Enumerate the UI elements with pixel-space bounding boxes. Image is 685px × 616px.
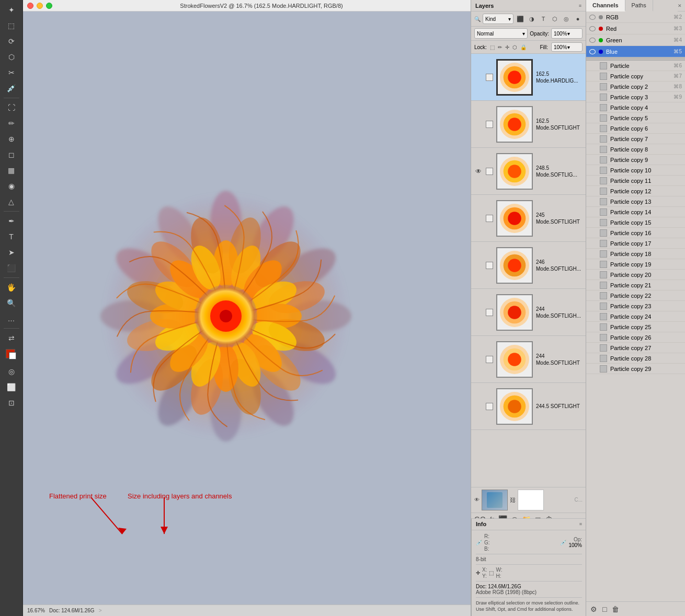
particle-item-7[interactable]: Particle copy 7 xyxy=(586,134,685,144)
layer-visibility-2[interactable]: 👁 xyxy=(474,168,483,175)
particle-item-11[interactable]: Particle copy 11 xyxy=(586,176,685,186)
particle-item-22[interactable]: Particle copy 22 xyxy=(586,290,685,301)
particle-item-5[interactable]: Particle copy 5 xyxy=(586,113,685,123)
tool-move[interactable]: ✦ xyxy=(4,3,19,17)
lock-artboard-icon[interactable]: ⬡ xyxy=(512,44,517,50)
tool-shape[interactable]: ⬛ xyxy=(4,261,19,275)
particle-item-14[interactable]: Particle copy 14 xyxy=(586,207,685,217)
particle-item-3[interactable]: Particle copy 3⌘9 xyxy=(586,92,685,102)
particle-item-26[interactable]: Particle copy 26 xyxy=(586,332,685,343)
minimize-button[interactable] xyxy=(37,3,43,9)
particle-eye-7[interactable] xyxy=(589,135,597,143)
channel-new[interactable]: □ xyxy=(602,605,607,613)
channel-delete[interactable]: 🗑 xyxy=(612,605,619,613)
channel-eye-2[interactable] xyxy=(589,38,596,43)
layer-filter-adjust[interactable]: ◑ xyxy=(527,14,536,24)
particle-item-19[interactable]: Particle copy 19 xyxy=(586,259,685,270)
particle-eye-26[interactable] xyxy=(589,334,597,341)
tool-extras[interactable]: … xyxy=(4,311,19,326)
info-panel-menu[interactable]: ≡ xyxy=(579,521,582,527)
channel-list[interactable]: RGB⌘2Red⌘3Green⌘4Blue⌘5Particle⌘6Particl… xyxy=(586,11,685,601)
channel-eye-3[interactable] xyxy=(589,49,596,54)
tool-crop[interactable]: ✂ xyxy=(4,65,19,80)
tab-paths[interactable]: Paths xyxy=(625,0,653,11)
particle-item-27[interactable]: Particle copy 27 xyxy=(586,343,685,353)
layer-filter-pixel[interactable]: ⬛ xyxy=(516,14,525,24)
particle-item-8[interactable]: Particle copy 8 xyxy=(586,144,685,155)
layer-check-7[interactable] xyxy=(486,403,493,410)
layer-item-3[interactable]: 245 Mode.SOFTLIGHT xyxy=(471,195,586,242)
particle-eye-29[interactable] xyxy=(589,365,597,373)
particle-item-18[interactable]: Particle copy 18 xyxy=(586,249,685,259)
lock-position-icon[interactable]: ✛ xyxy=(505,44,509,50)
particle-item-24[interactable]: Particle copy 24 xyxy=(586,311,685,322)
layer-filter-smart[interactable]: ◎ xyxy=(562,14,571,24)
particle-item-0[interactable]: Particle⌘6 xyxy=(586,61,685,71)
layers-panel-menu[interactable]: ≡ xyxy=(579,3,581,8)
channel-item-blue[interactable]: Blue⌘5 xyxy=(586,46,685,57)
lock-all-icon[interactable]: 🔒 xyxy=(520,44,527,50)
particle-eye-8[interactable] xyxy=(589,146,597,153)
particle-eye-2[interactable] xyxy=(589,83,597,90)
layer-item-1[interactable]: 162.5 Mode.SOFTLIGHT xyxy=(471,101,586,148)
tool-text[interactable]: T xyxy=(4,229,19,244)
channel-item-rgb[interactable]: RGB⌘2 xyxy=(586,11,685,23)
particle-item-15[interactable]: Particle copy 15 xyxy=(586,217,685,228)
particle-eye-11[interactable] xyxy=(589,177,597,184)
tool-blur[interactable]: ◉ xyxy=(4,179,19,193)
tool-hand[interactable]: 🖐 xyxy=(4,280,19,295)
kind-dropdown[interactable]: Kind ▾ xyxy=(483,14,513,24)
particle-eye-14[interactable] xyxy=(589,208,597,216)
particle-eye-19[interactable] xyxy=(589,261,597,268)
channel-eye-0[interactable] xyxy=(589,15,596,20)
layer-check-6[interactable] xyxy=(486,356,493,363)
foreground-background-colors[interactable] xyxy=(4,347,19,363)
background-color[interactable] xyxy=(9,352,16,359)
particle-eye-6[interactable] xyxy=(589,125,597,132)
particle-eye-13[interactable] xyxy=(589,198,597,205)
particle-item-23[interactable]: Particle copy 23 xyxy=(586,301,685,311)
layer-check-5[interactable] xyxy=(486,309,493,316)
particle-eye-10[interactable] xyxy=(589,167,597,174)
layer-filter-toggle[interactable]: ● xyxy=(573,14,583,24)
particle-eye-12[interactable] xyxy=(589,188,597,195)
tool-swap[interactable]: ⇄ xyxy=(4,331,19,345)
layer-item-0[interactable]: 162.5 Mode.HARDLIG... xyxy=(471,54,586,101)
particle-item-13[interactable]: Particle copy 13 xyxy=(586,196,685,207)
layer-check-0[interactable] xyxy=(486,74,493,81)
tool-path-select[interactable]: ➤ xyxy=(4,245,19,260)
canvas-area[interactable]: Flattened print size Size including laye… xyxy=(23,11,471,616)
layer-check-3[interactable] xyxy=(486,215,493,222)
mask-link-icon[interactable]: ⛓ xyxy=(510,497,516,503)
particle-item-17[interactable]: Particle copy 17 xyxy=(586,238,685,249)
particle-eye-0[interactable] xyxy=(589,62,597,69)
opacity-input[interactable]: 100% ▾ xyxy=(551,28,583,39)
particle-item-29[interactable]: Particle copy 29 xyxy=(586,364,685,374)
particle-eye-17[interactable] xyxy=(589,240,597,247)
layer-item-6[interactable]: 244 Mode.SOFTLIGHT xyxy=(471,336,586,383)
lock-image-icon[interactable]: ✏ xyxy=(498,44,502,50)
particle-item-10[interactable]: Particle copy 10 xyxy=(586,165,685,176)
particle-item-25[interactable]: Particle copy 25 xyxy=(586,322,685,332)
particle-item-28[interactable]: Particle copy 28 xyxy=(586,353,685,364)
particle-eye-9[interactable] xyxy=(589,156,597,164)
fill-input[interactable]: 100% ▾ xyxy=(551,42,583,52)
tool-eraser[interactable]: ◻ xyxy=(4,147,19,162)
particle-eye-16[interactable] xyxy=(589,229,597,237)
particle-eye-1[interactable] xyxy=(589,73,597,80)
particle-eye-15[interactable] xyxy=(589,219,597,226)
particle-eye-5[interactable] xyxy=(589,114,597,122)
close-button[interactable] xyxy=(27,3,33,9)
particle-eye-20[interactable] xyxy=(589,271,597,278)
layer-item-5[interactable]: 244 Mode.SOFTLIGH... xyxy=(471,289,586,336)
layer-check-2[interactable] xyxy=(486,168,493,175)
layer-item-7[interactable]: 244.5 SOFTLIGHT xyxy=(471,383,586,430)
particle-item-6[interactable]: Particle copy 6 xyxy=(586,123,685,134)
tab-channels[interactable]: Channels xyxy=(586,0,625,11)
particle-eye-28[interactable] xyxy=(589,355,597,362)
particle-item-12[interactable]: Particle copy 12 xyxy=(586,186,685,196)
particle-eye-22[interactable] xyxy=(589,292,597,299)
particle-item-16[interactable]: Particle copy 16 xyxy=(586,228,685,238)
particle-eye-3[interactable] xyxy=(589,94,597,101)
layer-list[interactable]: 162.5 Mode.HARDLIG... 162.5 Mode.SOFTLIG… xyxy=(471,54,586,487)
